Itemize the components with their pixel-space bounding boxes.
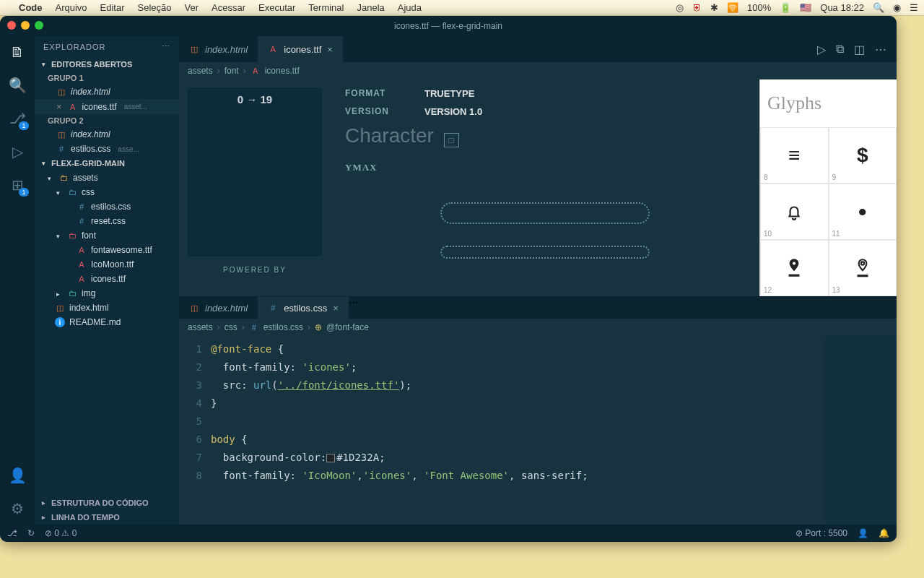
control-center-icon[interactable]: ☰ — [910, 2, 918, 13]
status-port[interactable]: ⊘ Port : 5500 — [796, 528, 847, 538]
project-header[interactable]: FLEX-E-GRID-MAIN — [35, 156, 179, 171]
traffic-lights[interactable] — [7, 21, 43, 30]
tab-label: icones.ttf — [284, 44, 321, 55]
diff-icon[interactable]: ⧉ — [836, 43, 844, 56]
explorer-icon[interactable]: 🗎 — [9, 43, 26, 61]
code-editor[interactable]: 12345678 @font-face { font-family: 'icon… — [179, 336, 897, 525]
sidebar: EXPLORADOR ⋯ EDITORES ABERTOS GRUPO 1 ◫i… — [35, 36, 179, 525]
file-label: icones.ttf — [91, 274, 126, 284]
file-label: IcoMoon.ttf — [91, 259, 134, 269]
flag-icon[interactable]: 🇺🇸 — [800, 2, 811, 13]
file-label: icones.ttf — [82, 102, 117, 112]
minimap[interactable] — [824, 336, 897, 525]
more-icon[interactable]: ⋯ — [349, 297, 358, 308]
settings-icon[interactable]: ⚙ — [9, 500, 26, 517]
menu-editar[interactable]: Editar — [100, 2, 125, 13]
glyph-cell-11[interactable]: •11 — [829, 184, 897, 240]
status-sync[interactable]: ↻ — [27, 528, 35, 538]
crumb[interactable]: @font-face — [326, 322, 369, 332]
file-estilos-css[interactable]: #estilos.css — [35, 199, 179, 214]
close-icon[interactable]: × — [327, 44, 333, 55]
open-editor-icones-ttf[interactable]: Aicones.ttfasset... — [35, 99, 179, 114]
file-index-html[interactable]: ◫index.html — [35, 301, 179, 315]
folder-icon: 🗀 — [67, 288, 77, 298]
clock[interactable]: Qua 18:22 — [820, 2, 864, 13]
font-icon: A — [77, 259, 87, 269]
file-reset-css[interactable]: #reset.css — [35, 214, 179, 228]
crumb[interactable]: font — [225, 66, 239, 76]
tab-estilos-css[interactable]: #estilos.css× — [258, 297, 349, 319]
open-editor-estilos-css[interactable]: #estilos.cssasse... — [35, 142, 179, 156]
account-icon[interactable]: 👤 — [9, 467, 26, 484]
mcafee-icon[interactable]: ⛨ — [692, 2, 702, 13]
pin-outline-icon — [853, 257, 872, 279]
folder-font[interactable]: 🗀font — [35, 228, 179, 243]
glyph-cell-13[interactable]: 13 — [829, 240, 897, 296]
run-icon[interactable]: ▷ — [817, 43, 826, 56]
explorer-more-icon[interactable]: ⋯ — [162, 42, 170, 51]
color-chip[interactable] — [326, 454, 335, 462]
folder-assets[interactable]: 🗀assets — [35, 171, 179, 185]
menu-ver[interactable]: Ver — [185, 2, 199, 13]
crumb[interactable]: icones.ttf — [265, 66, 300, 76]
status-problems[interactable]: ⊘ 0 ⚠ 0 — [45, 528, 77, 538]
search-icon[interactable]: 🔍 — [9, 77, 26, 94]
tab-icones-ttf[interactable]: Aicones.ttf× — [258, 36, 343, 62]
open-editors-header[interactable]: EDITORES ABERTOS — [35, 57, 179, 72]
menu-acessar[interactable]: Acessar — [212, 2, 245, 13]
crumb[interactable]: css — [225, 322, 237, 332]
glyphs-panel: Glyphs ≡8 $9 10 •11 12 13 — [759, 79, 897, 296]
crumb[interactable]: assets — [188, 66, 213, 76]
menu-arquivo[interactable]: Arquivo — [56, 2, 87, 13]
outline-header[interactable]: ESTRUTURA DO CÓDIGO — [35, 496, 179, 510]
breadcrumb-bottom[interactable]: assets› css› # estilos.css› ⊕ @font-face — [179, 319, 897, 336]
ext-badge: 1 — [19, 188, 29, 197]
status-branch[interactable]: ⎇ — [7, 528, 17, 538]
open-editor-index-html-g1[interactable]: ◫index.html — [35, 85, 179, 99]
status-bell-icon[interactable]: 🔔 — [879, 528, 889, 538]
font-icon: A — [250, 66, 261, 76]
code-content[interactable]: @font-face { font-family: 'icones'; src:… — [211, 336, 897, 525]
tab-index-html[interactable]: ◫index.html — [179, 36, 258, 62]
timeline-header[interactable]: LINHA DO TEMPO — [35, 510, 179, 525]
source-control-icon[interactable]: ⎇1 — [9, 110, 26, 127]
glyph-cell-12[interactable]: 12 — [760, 240, 829, 296]
more-icon[interactable]: ⋯ — [875, 43, 886, 56]
glyph-cell-8[interactable]: ≡8 — [760, 127, 829, 184]
close-icon[interactable]: × — [333, 303, 339, 314]
extensions-icon[interactable]: ⊞1 — [9, 176, 26, 194]
file-icomoon[interactable]: AIcoMoon.ttf — [35, 257, 179, 272]
menu-ajuda[interactable]: Ajuda — [398, 2, 422, 13]
crumb[interactable]: assets — [188, 322, 213, 332]
adobe-icon[interactable]: ◎ — [676, 2, 684, 13]
status-feedback-icon[interactable]: 👤 — [858, 528, 868, 538]
menu-selecao[interactable]: Seleção — [138, 2, 172, 13]
glyph-cell-9[interactable]: $9 — [829, 127, 897, 184]
menu-executar[interactable]: Executar — [258, 2, 295, 13]
folder-img[interactable]: 🗀img — [35, 286, 179, 301]
bell-icon — [785, 202, 803, 221]
folder-css[interactable]: 🗀css — [35, 185, 179, 199]
file-readme[interactable]: iREADME.md — [35, 315, 179, 329]
menu-janela[interactable]: Janela — [357, 2, 384, 13]
html-icon: ◫ — [189, 44, 199, 54]
glyph-cell-10[interactable]: 10 — [760, 184, 829, 240]
wifi-icon[interactable]: 🛜 — [727, 2, 738, 13]
split-icon[interactable]: ◫ — [854, 43, 865, 56]
siri-icon[interactable]: ◉ — [893, 2, 901, 13]
glyph-navigator[interactable]: 0 → 19 — [186, 87, 323, 257]
app-name[interactable]: Code — [19, 2, 43, 13]
breadcrumb-top[interactable]: assets› font› A icones.ttf — [179, 62, 897, 79]
bluetooth-icon[interactable]: ✱ — [710, 2, 718, 13]
crumb[interactable]: estilos.css — [263, 322, 303, 332]
pin-fill-icon — [785, 257, 803, 279]
battery-icon[interactable]: 🔋 — [780, 2, 791, 13]
file-label: index.html — [69, 303, 109, 313]
file-fontawesome[interactable]: Afontawesome.ttf — [35, 243, 179, 257]
spotlight-icon[interactable]: 🔍 — [873, 2, 884, 13]
open-editor-index-html-g2[interactable]: ◫index.html — [35, 127, 179, 142]
run-debug-icon[interactable]: ▷ — [9, 143, 26, 160]
menu-terminal[interactable]: Terminal — [308, 2, 344, 13]
file-icones-ttf[interactable]: Aicones.ttf — [35, 272, 179, 286]
tab-index-html-2[interactable]: ◫index.html — [179, 297, 258, 319]
